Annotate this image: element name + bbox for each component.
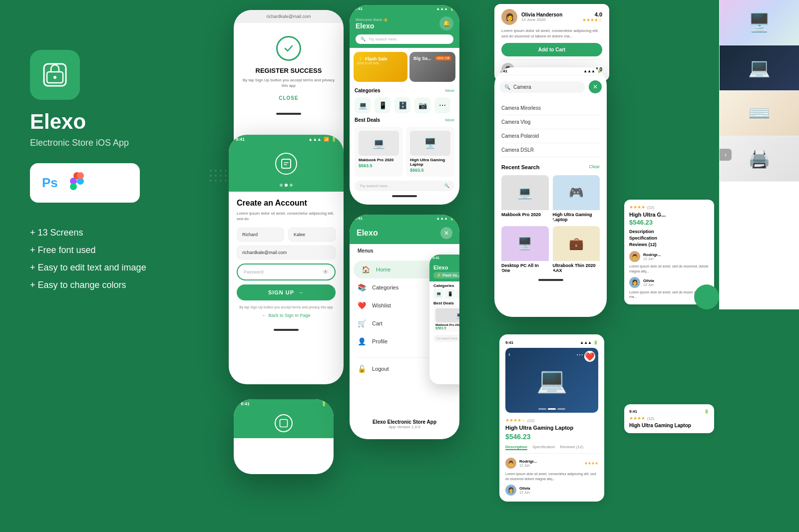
svg-point-6 <box>70 183 77 190</box>
last-name-input[interactable]: Kalee <box>288 228 336 242</box>
add-to-cart-button[interactable]: Add to Cart <box>501 43 602 56</box>
categories-more-link[interactable]: More <box>445 88 454 93</box>
clear-recent-button[interactable]: Clear <box>589 164 600 170</box>
right-product-price: $546.23 <box>629 219 709 226</box>
signup-form: Create an Account Lorem ipsum dolor sit … <box>229 192 344 325</box>
signup-screen: 9:41 ▲▲▲ 📶 🔋 Create an Account Lorem ips… <box>229 135 344 384</box>
list-image-4: 🖨️ <box>720 136 799 181</box>
svg-rect-8 <box>282 159 291 168</box>
tab-specification[interactable]: Specification <box>532 445 555 450</box>
search-screen: 9:41 ▲▲▲ 🔋 🔍 Camera ✕ Camera Mirorless C… <box>494 67 607 317</box>
back-to-signin-link[interactable]: ← Back to Sign In Page <box>237 313 336 318</box>
search-clear-button[interactable]: ✕ <box>589 80 602 93</box>
cat-icon-phone[interactable]: 📱 <box>375 97 391 113</box>
feature-item-2: + Free font used <box>30 245 190 256</box>
menu-close-button[interactable]: ✕ <box>440 227 452 239</box>
product-tabs: Description Specification Reviews (12) <box>505 445 598 454</box>
suggestion-3[interactable]: Camera Polaroid <box>501 129 600 143</box>
recent-card-4[interactable]: 💼 Ultrabook Thin 2020 AAX <box>553 226 600 273</box>
menu-status-time: 9:41 <box>355 216 363 221</box>
list-image-2: 💻 <box>720 45 799 90</box>
reviewer-date-1: 12 June 2020 <box>521 17 562 22</box>
bottom-signup-screen: 9:41 🔋 <box>234 399 334 474</box>
home-header: Welcome Back 👋 Elexo 🔔 🔍 Try search here… <box>350 12 459 48</box>
register-subtitle: By tap Sign Up button you accept terms a… <box>242 77 336 88</box>
recent-search-header: Recent Search Clear <box>494 160 607 173</box>
cat-icon-database[interactable]: 🗄️ <box>395 97 410 113</box>
suggestion-2[interactable]: Camera Vlog <box>501 115 600 129</box>
menu-footer: Elexo Electronic Store App App Version 1… <box>350 419 459 429</box>
product-reviewer-2: 👩 Olivia 12 Jun <box>505 485 598 496</box>
reviewer-avatar-1: 👩 <box>501 9 517 25</box>
app-icon <box>30 50 80 100</box>
signup-terms: By tap Sign Up button you accept terms a… <box>237 305 336 309</box>
deal-image-1: 💻 <box>359 131 399 156</box>
cat-icon-camera[interactable]: 📷 <box>414 97 430 113</box>
flash-sale-banner[interactable]: ⚡ Flash Sale End in 45 min <box>354 52 407 82</box>
recent-card-3[interactable]: 🖥️ Desktop PC All In One <box>501 226 549 273</box>
cat-icon-laptop[interactable]: 💻 <box>355 97 371 113</box>
close-button[interactable]: CLOSE <box>242 95 336 101</box>
list-item-1[interactable]: 🖥️ <box>720 0 799 45</box>
feature-item-1: + 13 Screens <box>30 228 190 238</box>
best-deals-more-link[interactable]: More <box>445 118 454 122</box>
cat-icon-more[interactable]: ⋯ <box>434 97 450 113</box>
banner-area: ⚡ Flash Sale End in 45 min Big Sa... 45%… <box>350 48 459 86</box>
nav-arrow-left[interactable]: ‹ <box>508 351 510 358</box>
recent-image-2: 🎮 <box>553 175 600 210</box>
deal-image-2: 🖥️ <box>410 131 450 156</box>
register-content: REGISTER SUCCESS By tap Sign Up button y… <box>234 23 344 109</box>
reviewer-stars-1: ★★★★☆ <box>582 17 602 22</box>
right-tab-specification[interactable]: Specification <box>629 236 709 241</box>
home-search-bar[interactable]: 🔍 Try search here.. <box>356 34 453 44</box>
list-item-3[interactable]: ⌨️ <box>720 91 799 136</box>
search-header: 🔍 Camera ✕ <box>494 75 607 98</box>
review-text-1: Lorem ipsum dolor sit amet, consectetur … <box>501 28 602 39</box>
feature-item-4: + Easy to change colors <box>30 280 190 290</box>
email-input[interactable]: richardkale@mail.com <box>237 246 336 260</box>
name-row: Richard Kalee <box>237 228 336 242</box>
right-tab-description[interactable]: Description <box>629 229 709 234</box>
product-price: $546.23 <box>505 433 531 441</box>
product-detail-card: 9:41 ▲▲▲ 🔋 💻 ‹ ⋯ ❤️ ★★★★☆ (12) High Ultr… <box>499 334 604 502</box>
deal-card-1[interactable]: 💻 Makbook Pro 2020 $563.5 <box>355 127 403 177</box>
recent-card-2[interactable]: 🎮 High Ultra Gaming Laptop <box>553 175 600 222</box>
best-deals-header: Best Deals More <box>350 115 459 125</box>
password-input[interactable]: Password 👁 <box>237 264 336 280</box>
signup-icon <box>275 153 297 175</box>
recent-card-1[interactable]: 💻 Makbook Pro 2020 <box>501 175 549 222</box>
bottom-right-listing: 9:41 🔋 ★★★★ (12) High Ultra Gaming Lapto… <box>624 404 714 433</box>
wishlist-button[interactable]: ❤️ <box>584 351 595 362</box>
signup-header <box>229 144 344 184</box>
list-scroll-left[interactable]: ‹ <box>720 149 732 161</box>
home-app-title: Elexo <box>356 22 388 30</box>
feature-item-3: + Easy to edit text and image <box>30 263 190 273</box>
search-input[interactable]: 🔍 Camera <box>499 81 585 93</box>
right-tab-reviews[interactable]: Reviews (12) <box>629 242 709 247</box>
home-indicator <box>274 329 299 331</box>
menu-screen: 9:41 ▲▲▲ 🔋 Elexo ✕ Menus 🏠 Home 📚 Catego… <box>350 215 459 439</box>
first-name-input[interactable]: Richard <box>237 228 284 242</box>
reviewer-rating-1: 4.0 <box>582 11 602 17</box>
suggestion-1[interactable]: Camera Mirorless <box>501 101 600 115</box>
tab-reviews[interactable]: Reviews (12) <box>560 445 583 450</box>
big-sale-banner[interactable]: Big Sa... 45% Off <box>409 52 455 82</box>
tab-description[interactable]: Description <box>505 445 527 450</box>
success-circle <box>276 36 301 61</box>
deal-card-2[interactable]: 🖥️ High Ultra Gaming Laptop $563.5 <box>406 127 454 177</box>
signup-title: Create an Account <box>237 199 336 208</box>
suggestion-4[interactable]: Camera DSLR <box>501 143 600 157</box>
home-indicator <box>276 113 301 115</box>
menu-header: Elexo ✕ <box>350 222 459 244</box>
svg-point-7 <box>77 172 84 179</box>
product-image: 💻 ‹ ⋯ ❤️ <box>505 348 598 413</box>
list-item-4[interactable]: 🖨️ <box>720 136 799 182</box>
recent-image-4: 💼 <box>553 226 600 261</box>
more-options-icon[interactable]: ⋯ <box>576 351 583 359</box>
list-item-2[interactable]: 💻 <box>720 45 799 91</box>
register-title: REGISTER SUCCESS <box>242 67 336 74</box>
search-home-indicator <box>538 279 563 281</box>
product-reviewer-avatar-2: 👩 <box>505 485 516 496</box>
signup-button[interactable]: SIGN UP → <box>237 284 336 300</box>
product-reviewer-1: 👨 Rodrigr... 12 Jun ★★★★ <box>505 458 598 469</box>
